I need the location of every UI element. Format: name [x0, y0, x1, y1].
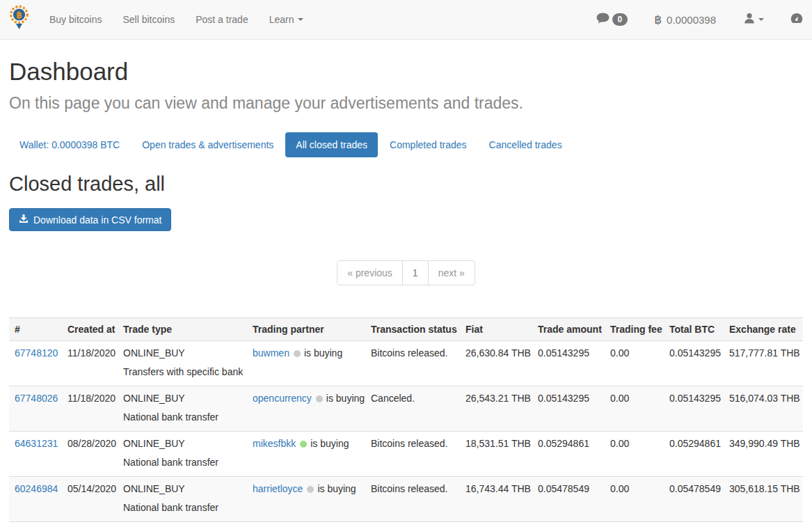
main-content: Dashboard On this page you can view and …	[0, 58, 812, 522]
nav-buy-bitcoins[interactable]: Buy bitcoins	[39, 0, 112, 39]
brand-logo[interactable]: ฿	[9, 5, 29, 34]
transaction-status-cell: Bitcoins released.	[365, 477, 460, 522]
trade-type: ONLINE_BUY	[123, 483, 241, 494]
messages-button[interactable]: 0	[596, 13, 628, 26]
payment-method: National bank transfer	[123, 502, 241, 513]
trade-type-cell: ONLINE_BUY National bank transfer	[118, 386, 247, 432]
pagination: « previous 1 next »	[9, 260, 803, 285]
fiat-cell: 26,543.21 THB	[460, 386, 532, 432]
presence-dot-icon	[300, 441, 307, 448]
navbar-links: Buy bitcoins Sell bitcoins Post a trade …	[39, 0, 314, 39]
nav-learn-dropdown[interactable]: Learn	[259, 0, 314, 39]
trading-partner-cell: buwmenis buying	[247, 341, 365, 386]
total-btc-cell: 0.05143295	[664, 386, 724, 432]
exchange-rate-cell: 516,074.03 THB	[724, 386, 803, 432]
closed-trades-table: # Created at Trade type Trading partner …	[9, 317, 803, 522]
download-csv-button[interactable]: Download data in CSV format	[9, 208, 171, 231]
col-header-trade-amount: Trade amount	[532, 318, 605, 341]
fiat-cell: 26,630.84 THB	[460, 341, 532, 386]
trading-fee-cell: 0.00	[605, 432, 664, 477]
wallet-balance-link[interactable]: ฿ 0.0000398	[654, 13, 716, 27]
trade-id-link[interactable]: 67748120	[15, 347, 58, 359]
nav-sell-bitcoins[interactable]: Sell bitcoins	[112, 0, 185, 39]
dashboard-tabs: Wallet: 0.0000398 BTC Open trades & adve…	[9, 132, 803, 157]
tab-all-closed-trades[interactable]: All closed trades	[285, 132, 378, 157]
partner-action: is buying	[317, 483, 356, 494]
user-menu-dropdown[interactable]	[744, 13, 764, 26]
table-row: 67748026 11/18/2020 ONLINE_BUY National …	[9, 386, 803, 432]
trading-partner-cell: harrietloyceis buying	[247, 477, 365, 522]
col-header-trading-partner: Trading partner	[247, 318, 365, 341]
trading-partner-cell: mikesfbkkis buying	[247, 432, 365, 477]
chevron-down-icon	[758, 18, 764, 21]
col-header-trading-fee: Trading fee	[605, 318, 664, 341]
trade-amount-cell: 0.05143295	[532, 341, 605, 386]
trade-id-link[interactable]: 64631231	[15, 438, 58, 449]
partner-action: is buying	[310, 438, 349, 449]
created-at-cell: 05/14/2020	[62, 477, 118, 522]
page-title: Dashboard	[9, 58, 803, 86]
transaction-status-cell: Bitcoins released.	[365, 341, 460, 386]
total-btc-cell: 0.05478549	[664, 477, 724, 522]
exchange-rate-cell: 305,618.15 THB	[724, 477, 803, 522]
download-csv-label: Download data in CSV format	[33, 214, 161, 226]
created-at-cell: 08/28/2020	[62, 432, 118, 477]
trading-partner-cell: opencurrencyis buying	[247, 386, 365, 432]
col-header-total-btc: Total BTC	[664, 318, 724, 341]
payment-method: National bank transfer	[123, 457, 241, 468]
trading-fee-cell: 0.00	[605, 341, 664, 386]
svg-text:฿: ฿	[16, 10, 22, 20]
nav-learn-label: Learn	[269, 14, 294, 25]
partner-username-link[interactable]: opencurrency	[253, 393, 312, 404]
tab-completed-trades[interactable]: Completed trades	[379, 132, 477, 157]
col-header-fiat: Fiat	[460, 318, 532, 341]
trade-id-link[interactable]: 60246984	[15, 483, 58, 494]
tab-open-trades[interactable]: Open trades & advertisements	[132, 132, 284, 157]
total-btc-cell: 0.05143295	[664, 341, 724, 386]
table-row: 67748120 11/18/2020 ONLINE_BUY Transfers…	[9, 341, 803, 386]
partner-username-link[interactable]: mikesfbkk	[253, 438, 296, 449]
created-at-cell: 11/18/2020	[62, 386, 118, 432]
table-header-row: # Created at Trade type Trading partner …	[9, 318, 803, 341]
col-header-created-at: Created at	[62, 318, 118, 341]
trading-fee-cell: 0.00	[605, 477, 664, 522]
trade-type: ONLINE_BUY	[123, 438, 241, 449]
top-navbar: ฿ Buy bitcoins Sell bitcoins Post a trad…	[0, 0, 812, 40]
user-icon	[744, 13, 755, 26]
payment-method: Transfers with specific bank	[123, 366, 241, 377]
dashboard-button[interactable]	[790, 13, 803, 26]
bitcoin-symbol-icon: ฿	[654, 13, 662, 27]
transaction-status-cell: Bitcoins released.	[365, 432, 460, 477]
chevron-down-icon	[298, 18, 303, 21]
fiat-cell: 16,743.44 THB	[460, 477, 532, 522]
pagination-next[interactable]: next »	[428, 260, 475, 285]
table-row: 60246984 05/14/2020 ONLINE_BUY National …	[9, 477, 803, 522]
partner-username-link[interactable]: buwmen	[253, 347, 289, 359]
partner-action: is buying	[304, 347, 342, 359]
partner-username-link[interactable]: harrietloyce	[253, 483, 303, 494]
trade-amount-cell: 0.05478549	[532, 477, 605, 522]
trade-type-cell: ONLINE_BUY National bank transfer	[118, 432, 247, 477]
col-header-transaction-status: Transaction status	[365, 318, 460, 341]
exchange-rate-cell: 349,990.49 THB	[724, 432, 803, 477]
presence-dot-icon	[294, 350, 301, 357]
exchange-rate-cell: 517,777.81 THB	[724, 341, 803, 386]
col-header-exchange-rate: Exchange rate	[724, 318, 803, 341]
presence-dot-icon	[307, 486, 314, 493]
navbar-right: 0 ฿ 0.0000398	[596, 13, 803, 27]
section-title: Closed trades, all	[9, 173, 803, 196]
nav-post-a-trade[interactable]: Post a trade	[185, 0, 259, 39]
wallet-balance-value: 0.0000398	[667, 14, 716, 26]
tab-wallet[interactable]: Wallet: 0.0000398 BTC	[9, 132, 130, 157]
pagination-previous[interactable]: « previous	[337, 260, 403, 285]
messages-count-badge: 0	[612, 13, 628, 26]
table-row: 64631231 08/28/2020 ONLINE_BUY National …	[9, 432, 803, 477]
partner-action: is buying	[326, 393, 365, 404]
presence-dot-icon	[316, 395, 323, 402]
trade-type: ONLINE_BUY	[123, 347, 241, 359]
trade-id-link[interactable]: 67748026	[15, 393, 58, 404]
tab-cancelled-trades[interactable]: Cancelled trades	[479, 132, 573, 157]
chat-bubble-icon	[596, 13, 610, 26]
total-btc-cell: 0.05294861	[664, 432, 724, 477]
pagination-page-1[interactable]: 1	[402, 260, 429, 285]
